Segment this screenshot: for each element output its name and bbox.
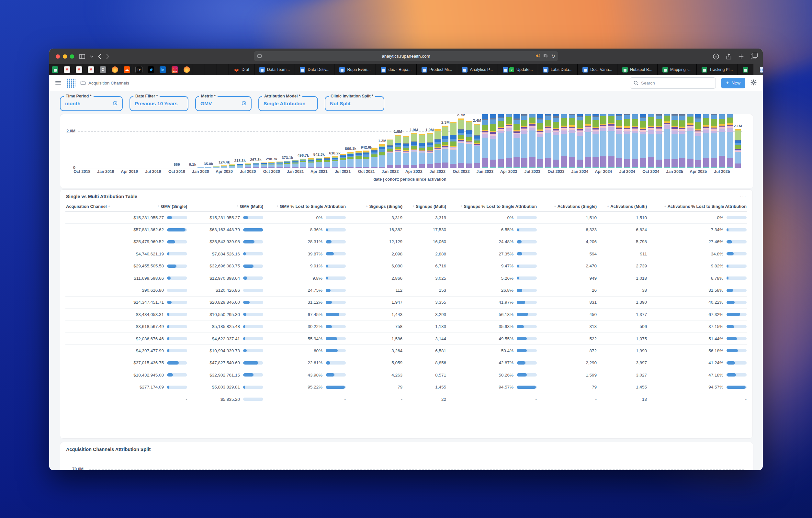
table-menu-icon[interactable]: ··· (740, 196, 747, 198)
bookmark-favicon-soundcloud[interactable]: ☁ (121, 64, 133, 75)
bookmark-favicon-blank (217, 64, 229, 75)
chart-bar-segment-green (648, 117, 654, 125)
active-tab[interactable]: Acquisition... (753, 64, 763, 75)
bookmark-favicon-ggrey[interactable]: G (97, 64, 109, 75)
search-input[interactable]: Search (630, 77, 716, 89)
column-header-money[interactable]: ∧GMV (Single) (122, 204, 188, 209)
page-settings-icon[interactable] (257, 54, 262, 58)
breadcrumb-label[interactable]: Acquisition Channels (88, 81, 129, 85)
bookmark-item[interactable]: doc - Rupa... (376, 64, 417, 75)
chart-bar-segment-lightblue (608, 131, 614, 156)
bookmark-favicon-gmail[interactable]: M (85, 64, 97, 75)
chart-bar (198, 167, 204, 168)
reload-icon[interactable]: ↻ (551, 53, 555, 59)
cell-data-bar (517, 216, 537, 219)
new-tab-icon[interactable] (738, 54, 744, 59)
filter-clinic-invitation-split[interactable]: Clinic Invitation Split *Not Split (325, 96, 384, 111)
bookmark-item[interactable]: Hubspot B... (617, 64, 658, 75)
bookmark-favicon-gmail[interactable]: M (73, 64, 85, 75)
bookmark-item[interactable]: Tracking Pl... (697, 64, 738, 75)
cell-signups-single: 12,129 (347, 239, 404, 244)
column-header-money[interactable]: ∧GMV (Multi) (188, 204, 264, 209)
cell-data-bar (326, 349, 346, 352)
bookmark-item[interactable]: Data Team... (255, 64, 295, 75)
translate-icon[interactable] (543, 54, 548, 59)
cell-value: 30.22% (308, 324, 322, 329)
bookmark-item[interactable]: Analytics P... (457, 64, 498, 75)
forward-button[interactable] (106, 54, 110, 59)
chart-bar-segment-purple (347, 167, 353, 168)
column-header-count[interactable]: ∧Activations (Single) (538, 204, 598, 209)
x-tick-label: Jul 2025 (714, 169, 730, 174)
cell-value: 6,323 (586, 227, 597, 232)
minimize-window-button[interactable] (63, 54, 67, 59)
audio-icon[interactable] (535, 54, 540, 59)
bookmark-favicon-instagram[interactable] (169, 64, 181, 75)
cell-data-bar (517, 301, 537, 304)
table-row: $90,616.80$120,426.8624.75%11215326.8%26… (65, 284, 747, 296)
tab-overview-icon[interactable] (751, 54, 756, 59)
column-header-pct[interactable]: ∧Signups % Lost to Single Attribution (447, 204, 538, 209)
column-header-pct[interactable]: ∧Activations % Lost to Single Attributio… (648, 204, 748, 209)
column-header-pct[interactable]: ∧GMV % Lost to Single Attribution (264, 204, 347, 209)
chart-bar-segment-lightblue (355, 159, 361, 167)
share-icon[interactable] (726, 53, 731, 60)
chevron-down-icon[interactable] (90, 55, 93, 58)
zoom-window-button[interactable] (70, 54, 74, 59)
column-header-count[interactable]: ∧Signups (Multi) (404, 204, 447, 209)
bar-total-label: 373.1k (282, 156, 293, 160)
app-logo-icon[interactable] (66, 78, 76, 88)
chart-bar-segment-purple (664, 159, 670, 167)
new-button[interactable]: + New (721, 78, 745, 88)
column-header-count[interactable]: ∧Signups (Single) (347, 204, 404, 209)
chart-bar-segment-lightblue (498, 134, 504, 159)
bookmark-favicon-tradingview[interactable]: TV (133, 64, 145, 75)
filter-date-filter[interactable]: Date Filter *Previous 10 Years (129, 96, 188, 111)
bookmark-favicon-flame[interactable] (109, 64, 121, 75)
filter-attribution-model[interactable]: Attribution Model *Single Attribution (258, 96, 318, 111)
chart-bar (569, 114, 575, 168)
url-field[interactable]: analytics.rupahealth.com ↻ (254, 51, 558, 61)
bookmark-item[interactable] (738, 64, 753, 75)
menu-icon[interactable] (55, 81, 61, 85)
cell-data-bar-fill (517, 264, 519, 268)
bookmark-item[interactable]: Labs Data... (538, 64, 578, 75)
settings-gear-icon[interactable] (751, 79, 757, 87)
filter-time-period[interactable]: Time Period *month (60, 96, 123, 111)
downloads-icon[interactable] (713, 53, 719, 60)
browser-titlebar: analytics.rupahealth.com ↻ (49, 49, 763, 64)
bookmark-item[interactable]: Product Mi... (417, 64, 457, 75)
chart-bar-segment-green (466, 137, 472, 141)
bookmark-favicon-sheets[interactable] (49, 64, 61, 75)
bookmark-item[interactable]: Draf (229, 64, 255, 75)
bookmark-item[interactable]: Data Deliv... (295, 64, 335, 75)
chart-bar-segment-teal (514, 167, 520, 168)
column-header-count[interactable]: ∧Activations (Multi) (598, 204, 648, 209)
bookmark-label: Tracking Pl... (709, 67, 733, 72)
filter-metric[interactable]: Metric *GMV (195, 96, 252, 111)
bookmark-favicon-flame[interactable] (181, 64, 193, 75)
cell-data-bar-fill (727, 313, 740, 316)
bookmark-item[interactable]: Rupa Even... (335, 64, 376, 75)
bookmark-item[interactable]: Doc: Varia... (578, 64, 617, 75)
chart-bar-segment-lightblue (592, 134, 599, 157)
sort-caret-icon: ∧ (108, 205, 110, 208)
bookmark-item[interactable]: Mapping -... (658, 64, 697, 75)
chart-bar-segment-pink (506, 126, 512, 128)
bookmark-favicon-gmail[interactable]: M (61, 64, 73, 75)
cell-gmv-lost-to-single-attribution: 31.12% (264, 300, 347, 305)
cell-signups-multi: 22 (404, 397, 447, 402)
favicon-bookmarks: MMMG☁TVin (49, 64, 229, 75)
close-window-button[interactable] (56, 54, 60, 59)
chart-bar-segment-purple (671, 159, 678, 167)
cell-value: 112 (395, 288, 402, 293)
column-header-text[interactable]: Acquisition Channel∧ (65, 204, 122, 209)
bookmark-favicon-twitter[interactable] (145, 64, 157, 75)
bookmark-item[interactable]: ✓Update... (498, 64, 538, 75)
cell-data-bar (517, 325, 537, 328)
chart-bar-segment-midblue (537, 119, 543, 124)
chart-bar (347, 152, 353, 168)
sidebar-toggle-icon[interactable] (79, 54, 85, 59)
back-button[interactable] (98, 54, 102, 59)
bookmark-favicon-linkedin[interactable]: in (157, 64, 169, 75)
